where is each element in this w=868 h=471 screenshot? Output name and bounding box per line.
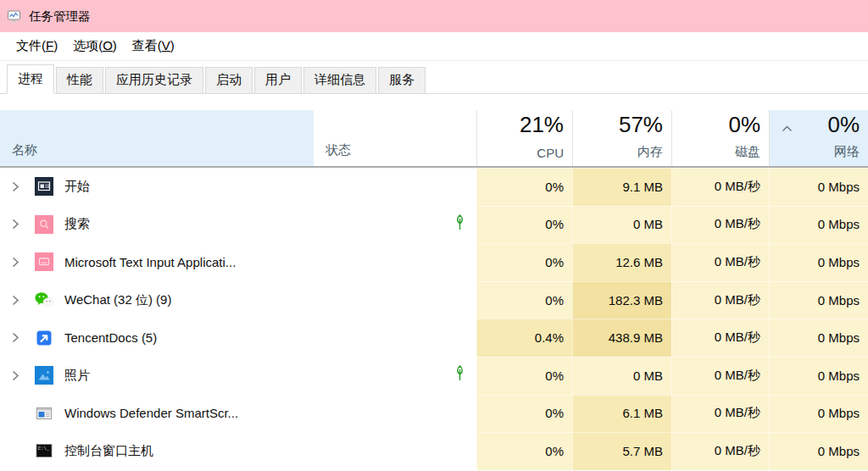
- column-header-memory[interactable]: 57% 内存: [572, 110, 671, 166]
- process-name: Windows Defender SmartScr...: [64, 406, 238, 420]
- process-name-cell: 照片: [0, 357, 314, 395]
- memory-value: 0 MB: [572, 206, 671, 244]
- suspended-leaf-icon: [453, 213, 466, 236]
- status-cell: [314, 206, 476, 244]
- tab-app-history[interactable]: 应用历史记录: [105, 67, 203, 93]
- process-row[interactable]: Microsoft Text Input Applicati... 0% 12.…: [0, 243, 868, 281]
- disk-total: 0%: [728, 113, 760, 144]
- status-cell: [314, 168, 476, 206]
- process-name: Microsoft Text Input Applicati...: [64, 255, 236, 269]
- tab-users[interactable]: 用户: [254, 67, 302, 93]
- network-value: 0 Mbps: [769, 319, 868, 357]
- status-cell: [314, 243, 476, 281]
- textinput-app-icon: [34, 252, 54, 271]
- expand-chevron-icon[interactable]: [12, 370, 24, 381]
- expand-chevron-icon[interactable]: [12, 219, 24, 230]
- process-row[interactable]: 搜索 0% 0 MB 0 MB/秒 0 Mbps: [0, 206, 868, 244]
- status-cell: [314, 395, 476, 433]
- process-name-cell: TencentDocs (5): [0, 319, 314, 357]
- expand-chevron-icon[interactable]: [12, 295, 24, 306]
- menu-file[interactable]: 文件(F): [8, 35, 65, 58]
- svg-text:C:\_: C:\_: [38, 446, 50, 452]
- network-value: 0 Mbps: [769, 168, 868, 206]
- tab-strip: 进程 性能 应用历史记录 启动 用户 详细信息 服务: [0, 61, 868, 94]
- cpu-value: 0%: [476, 168, 572, 206]
- process-name: 开始: [64, 179, 90, 195]
- suspended-leaf-icon: [453, 363, 466, 387]
- memory-value: 438.9 MB: [572, 319, 671, 357]
- process-name-cell: C:\_ 控制台窗口主机: [0, 432, 314, 470]
- disk-value: 0 MB/秒: [671, 432, 769, 470]
- process-row[interactable]: WeChat (32 位) (9) 0% 182.3 MB 0 MB/秒 0 M…: [0, 281, 868, 319]
- sort-ascending-icon: [782, 120, 793, 136]
- process-name-cell: Microsoft Text Input Applicati...: [0, 243, 314, 281]
- status-cell: [314, 432, 476, 470]
- column-header-network[interactable]: 0% 网络: [769, 110, 868, 166]
- disk-value: 0 MB/秒: [671, 243, 769, 281]
- start-app-icon: [34, 177, 54, 196]
- process-name-cell: WeChat (32 位) (9): [0, 281, 314, 319]
- process-row[interactable]: TencentDocs (5) 0.4% 438.9 MB 0 MB/秒 0 M…: [0, 319, 868, 357]
- process-name: 搜索: [64, 216, 90, 232]
- memory-value: 9.1 MB: [572, 168, 671, 206]
- expand-chevron-icon[interactable]: [12, 181, 24, 192]
- network-value: 0 Mbps: [769, 432, 868, 470]
- process-name: WeChat (32 位) (9): [64, 292, 171, 308]
- process-row[interactable]: 开始 0% 9.1 MB 0 MB/秒 0 Mbps: [0, 168, 868, 206]
- column-header-cpu[interactable]: 21% CPU: [476, 110, 572, 166]
- title-bar: 任务管理器: [0, 0, 868, 32]
- menu-options[interactable]: 选项(O): [65, 35, 125, 58]
- tab-services[interactable]: 服务: [378, 67, 426, 93]
- process-list: 开始 0% 9.1 MB 0 MB/秒 0 Mbps 搜索 0% 0 MB 0 …: [0, 168, 868, 470]
- status-cell: [314, 281, 476, 319]
- process-row[interactable]: C:\_ 控制台窗口主机 0% 5.7 MB 0 MB/秒 0 Mbps: [0, 432, 868, 470]
- process-name: TencentDocs (5): [64, 330, 157, 345]
- disk-value: 0 MB/秒: [671, 206, 769, 244]
- network-value: 0 Mbps: [769, 357, 868, 395]
- expand-chevron-icon[interactable]: [12, 257, 24, 268]
- memory-value: 182.3 MB: [572, 281, 671, 319]
- column-header-name[interactable]: 名称: [0, 110, 314, 166]
- search-app-icon: [34, 215, 54, 234]
- process-name: 控制台窗口主机: [64, 443, 153, 459]
- column-header-disk[interactable]: 0% 磁盘: [671, 110, 769, 166]
- memory-value: 6.1 MB: [572, 395, 671, 433]
- tab-processes[interactable]: 进程: [7, 64, 54, 94]
- defender-app-icon: [34, 404, 54, 423]
- network-total: 0%: [827, 113, 860, 144]
- expand-chevron-icon[interactable]: [12, 332, 24, 343]
- memory-value: 12.6 MB: [572, 243, 671, 281]
- network-value: 0 Mbps: [769, 281, 868, 319]
- photos-app-icon: [34, 366, 54, 385]
- column-header-row: 名称 状态 21% CPU 57% 内存 0% 磁盘 0% 网络: [0, 110, 868, 168]
- cpu-value: 0%: [476, 395, 572, 433]
- tab-details[interactable]: 详细信息: [303, 67, 376, 93]
- memory-value: 0 MB: [572, 357, 671, 395]
- process-name-cell: 开始: [0, 168, 314, 206]
- menu-view[interactable]: 查看(V): [125, 35, 182, 58]
- cpu-value: 0%: [476, 281, 572, 319]
- cpu-value: 0%: [476, 206, 572, 244]
- disk-value: 0 MB/秒: [671, 395, 769, 433]
- task-manager-icon: [7, 8, 24, 24]
- tab-performance[interactable]: 性能: [56, 67, 103, 93]
- cpu-value: 0%: [476, 432, 572, 470]
- process-row[interactable]: 照片 0% 0 MB 0 MB/秒 0 Mbps: [0, 357, 868, 395]
- status-cell: [314, 319, 476, 357]
- column-header-status[interactable]: 状态: [314, 110, 476, 166]
- memory-total: 57%: [619, 113, 663, 144]
- process-name-cell: 搜索: [0, 206, 314, 244]
- process-row[interactable]: Windows Defender SmartScr... 0% 6.1 MB 0…: [0, 395, 868, 433]
- disk-value: 0 MB/秒: [671, 281, 769, 319]
- wechat-app-icon: [34, 291, 54, 309]
- cpu-value: 0.4%: [476, 319, 572, 357]
- process-name: 照片: [64, 368, 90, 384]
- network-value: 0 Mbps: [769, 243, 868, 281]
- memory-value: 5.7 MB: [572, 432, 671, 470]
- cpu-value: 0%: [476, 243, 572, 281]
- network-value: 0 Mbps: [769, 206, 868, 244]
- cpu-value: 0%: [476, 357, 572, 395]
- status-cell: [314, 357, 476, 395]
- tab-startup[interactable]: 启动: [205, 67, 253, 93]
- console-app-icon: C:\_: [34, 441, 54, 460]
